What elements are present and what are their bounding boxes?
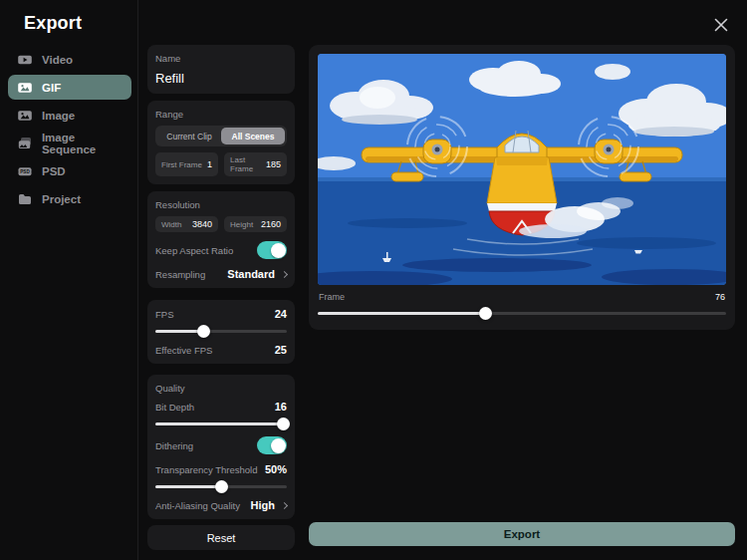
resolution-panel: Resolution Width 3840 Height 2160 Keep A… xyxy=(147,191,295,288)
effective-fps-label: Effective FPS xyxy=(155,345,212,356)
slider-fill xyxy=(155,485,221,488)
height-field[interactable]: Height 2160 xyxy=(224,216,287,232)
export-dialog: Export Video GIF Image xyxy=(0,0,747,560)
first-frame-label: First Frame xyxy=(161,160,202,169)
transparency-value: 50% xyxy=(265,463,287,475)
quality-panel: Quality Bit Depth 16 Dithering Transpare… xyxy=(147,375,295,519)
folder-icon xyxy=(17,192,33,206)
fps-panel: FPS 24 Effective FPS 25 xyxy=(147,300,295,364)
first-frame-field[interactable]: First Frame 1 xyxy=(155,152,218,176)
last-frame-field[interactable]: Last Frame 185 xyxy=(224,152,287,176)
last-frame-label: Last Frame xyxy=(230,155,266,173)
image-icon xyxy=(17,109,33,123)
frame-row: Frame 76 xyxy=(318,292,726,302)
export-button[interactable]: Export xyxy=(309,522,735,546)
slider-knob[interactable] xyxy=(197,325,210,338)
transparency-slider[interactable] xyxy=(155,478,287,494)
slider-knob[interactable] xyxy=(479,307,492,320)
sidebar-item-label: Project xyxy=(42,193,81,205)
bit-depth-slider[interactable] xyxy=(155,416,287,431)
dithering-label: Dithering xyxy=(155,440,193,451)
resampling-value: Standard xyxy=(227,268,275,280)
sidebar-item-label: Image Sequence xyxy=(42,132,131,155)
sidebar-item-video[interactable]: Video xyxy=(8,47,131,72)
preview-image xyxy=(318,54,726,285)
bit-depth-value: 16 xyxy=(275,401,287,413)
fps-label: FPS xyxy=(155,309,173,320)
segment-all-scenes[interactable]: All Scenes xyxy=(221,128,285,144)
chevron-right-icon xyxy=(281,270,288,277)
reset-button[interactable]: Reset xyxy=(147,525,295,550)
sidebar-divider xyxy=(137,0,138,560)
sidebar-item-gif[interactable]: GIF xyxy=(8,75,131,100)
resampling-selector[interactable]: Standard xyxy=(227,268,287,280)
name-label: Name xyxy=(155,53,287,64)
slider-fill xyxy=(318,312,485,315)
frame-slider[interactable] xyxy=(318,305,726,321)
fps-value: 24 xyxy=(275,308,287,320)
image-sequence-icon xyxy=(17,137,33,150)
fps-slider[interactable] xyxy=(155,323,287,339)
close-icon[interactable] xyxy=(709,13,733,37)
sidebar-item-label: PSD xyxy=(42,165,66,177)
width-value: 3840 xyxy=(192,219,212,229)
transparency-label: Transparency Threshold xyxy=(155,464,257,475)
name-field[interactable]: Refill xyxy=(155,71,287,86)
seaplane-illustration xyxy=(318,54,726,285)
resolution-label: Resolution xyxy=(155,199,287,210)
dithering-toggle[interactable] xyxy=(257,436,287,454)
width-field[interactable]: Width 3840 xyxy=(155,216,218,232)
anti-aliasing-label: Anti-Aliasing Quality xyxy=(155,500,240,511)
video-icon xyxy=(17,53,33,67)
height-label: Height xyxy=(230,220,253,229)
name-panel: Name Refill xyxy=(147,45,295,94)
keep-aspect-toggle[interactable] xyxy=(257,241,287,259)
preview-panel: Frame 76 xyxy=(309,45,735,330)
sidebar-item-image[interactable]: Image xyxy=(8,103,131,128)
sidebar-item-label: GIF xyxy=(42,82,61,94)
slider-knob[interactable] xyxy=(277,418,290,430)
sidebar-item-label: Image xyxy=(42,110,75,122)
page-title: Export xyxy=(24,13,82,34)
range-panel: Range Current Clip All Scenes First Fram… xyxy=(147,101,295,184)
segment-current-clip[interactable]: Current Clip xyxy=(157,128,221,144)
effective-fps-value: 25 xyxy=(275,344,287,356)
sidebar-item-psd[interactable]: PSD PSD xyxy=(8,158,131,183)
anti-aliasing-value: High xyxy=(251,499,275,511)
psd-icon: PSD xyxy=(17,164,33,178)
quality-label: Quality xyxy=(155,383,287,394)
range-segmented-control: Current Clip All Scenes xyxy=(155,126,287,146)
gif-icon xyxy=(17,81,33,95)
height-value: 2160 xyxy=(261,219,281,229)
settings-column: Name Refill Range Current Clip All Scene… xyxy=(147,45,295,550)
range-label: Range xyxy=(155,109,287,120)
anti-aliasing-selector[interactable]: High xyxy=(251,499,287,511)
frame-value: 76 xyxy=(715,292,725,302)
slider-fill xyxy=(155,422,283,425)
sidebar-item-image-sequence[interactable]: Image Sequence xyxy=(8,131,131,155)
chevron-right-icon xyxy=(281,501,288,508)
keep-aspect-label: Keep Aspect Ratio xyxy=(155,245,233,256)
last-frame-value: 185 xyxy=(266,159,281,169)
width-label: Width xyxy=(161,220,181,229)
slider-knob[interactable] xyxy=(215,480,228,493)
frame-label: Frame xyxy=(319,292,345,302)
sidebar-item-project[interactable]: Project xyxy=(8,186,131,211)
sidebar-item-label: Video xyxy=(42,54,73,66)
svg-text:PSD: PSD xyxy=(20,169,30,174)
bit-depth-label: Bit Depth xyxy=(155,402,194,413)
resampling-label: Resampling xyxy=(155,269,205,280)
sidebar: Video GIF Image Image Sequence xyxy=(8,47,131,214)
first-frame-value: 1 xyxy=(207,159,212,169)
